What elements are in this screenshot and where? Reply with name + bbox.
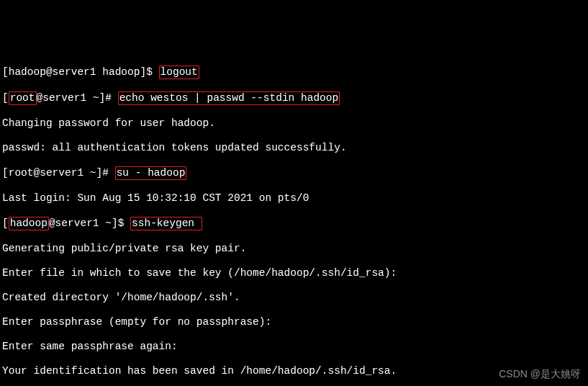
prompt: [hadoop@server1 hadoop]$ bbox=[2, 66, 159, 78]
terminal-line: Last login: Sun Aug 15 10:32:10 CST 2021… bbox=[2, 192, 586, 205]
terminal-line: Generating public/private rsa key pair. bbox=[2, 243, 586, 255]
cmd-logout: logout bbox=[159, 66, 199, 79]
terminal-line: Enter same passphrase again: bbox=[2, 341, 586, 353]
terminal-line: Enter passphrase (empty for no passphras… bbox=[2, 316, 586, 328]
terminal-line: [root@server1 ~]# su - hadoop bbox=[2, 166, 586, 180]
terminal-line: Created directory '/home/hadoop/.ssh'. bbox=[2, 292, 586, 304]
cmd-passwd: echo westos | passwd --stdin hadoop bbox=[118, 91, 340, 105]
terminal-line: [hadoop@server1 ~]$ ssh-keygen bbox=[2, 217, 586, 230]
terminal-line: Changing password for user hadoop. bbox=[2, 117, 586, 130]
cmd-sshkeygen: ssh-keygen bbox=[130, 217, 202, 230]
terminal-output: [hadoop@server1 hadoop]$ logout [root@se… bbox=[2, 53, 586, 386]
prompt: [root@server1 ~]# bbox=[2, 167, 115, 179]
terminal-line: [hadoop@server1 hadoop]$ logout bbox=[2, 66, 586, 79]
prompt-rest: @server1 ~]$ bbox=[49, 217, 130, 229]
cmd-su: su - hadoop bbox=[115, 166, 187, 180]
prompt-rest: @server1 ~]# bbox=[37, 92, 118, 104]
bracket: [ bbox=[2, 92, 9, 104]
watermark: CSDN @是大姚呀 bbox=[499, 368, 581, 380]
user-hadoop: hadoop bbox=[9, 217, 49, 230]
user-root: root bbox=[9, 91, 37, 105]
terminal-line: passwd: all authentication tokens update… bbox=[2, 142, 586, 154]
terminal-line: [root@server1 ~]# echo westos | passwd -… bbox=[2, 91, 586, 105]
bracket: [ bbox=[2, 217, 9, 229]
terminal-line: Enter file in which to save the key (/ho… bbox=[2, 267, 586, 279]
